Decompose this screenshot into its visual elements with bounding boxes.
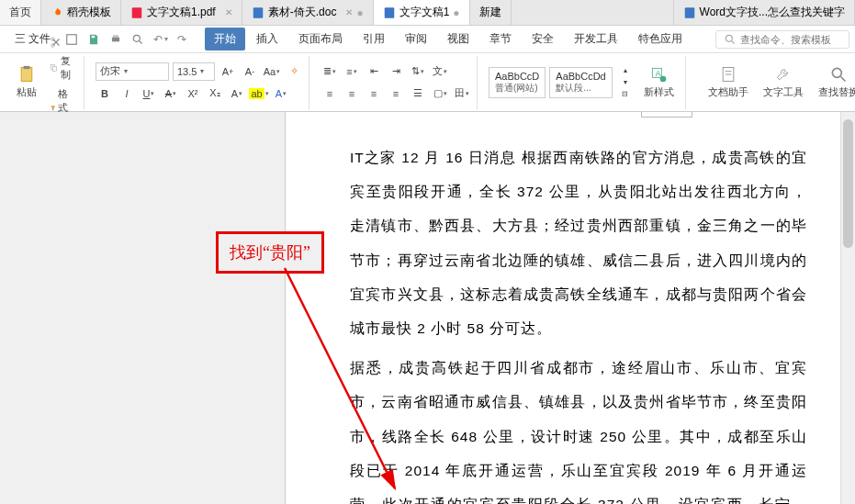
align-center-button[interactable]: ≡	[343, 84, 361, 103]
font-family-select[interactable]: 仿宋▾	[96, 62, 169, 81]
style-preview: AaBbCcDd	[556, 71, 605, 82]
tab-home[interactable]: 首页	[0, 0, 41, 25]
highlight-button[interactable]: ab▾	[250, 84, 268, 103]
search-command[interactable]	[715, 30, 849, 49]
style-normal-web[interactable]: AaBbCcD 普通(网站)	[489, 67, 546, 98]
shrink-font-button[interactable]: A-	[241, 62, 259, 81]
svg-rect-13	[24, 66, 30, 69]
paragraph-1[interactable]: IT之家 12 月 16 日消息 根据西南铁路的官方消息，成贵高铁的宜宾至贵阳段…	[350, 140, 807, 345]
border-button[interactable]: 田▾	[453, 84, 471, 103]
tab-new[interactable]: 新建	[470, 0, 512, 25]
tab-help[interactable]: Word文字技...怎么查找关键字	[673, 0, 855, 25]
text-tool-label: 文字工具	[763, 85, 804, 99]
style-scroll-down[interactable]: ▾	[616, 77, 635, 88]
vertical-scrollbar[interactable]	[840, 112, 855, 504]
find-replace-button[interactable]: 查找替换	[813, 63, 855, 101]
style-expand[interactable]: ⊟	[616, 89, 635, 100]
change-case-button[interactable]: Aa▾	[263, 62, 281, 81]
styles-group: AaBbCcD 普通(网站) AaBbCcDd 默认段... ▴ ▾ ⊟ A 新…	[483, 56, 686, 109]
font-color-button[interactable]: A▾	[228, 84, 246, 103]
menu-safe[interactable]: 安全	[523, 28, 563, 50]
menu-start[interactable]: 开始	[205, 28, 245, 50]
paste-button[interactable]: 粘贴	[11, 63, 42, 101]
undo-icon[interactable]: ↶▾	[150, 31, 172, 48]
tab-doc-material[interactable]: 素材-倚天.doc ✕ ●	[242, 0, 374, 25]
decrease-indent-button[interactable]: ⇤	[365, 62, 383, 81]
ribbon: 粘贴 复制 格式刷 仿宋▾ 13.5▾ A+ A- Aa▾ ✧ B I U▾ A…	[0, 53, 855, 112]
doc-helper-label: 文档助手	[708, 85, 748, 99]
subscript-button[interactable]: X₂	[206, 84, 224, 103]
text-effect-button[interactable]: A▾	[272, 84, 290, 103]
tab-template[interactable]: 稻壳模板	[41, 0, 121, 25]
copy-button[interactable]: 复制	[46, 52, 78, 84]
italic-button[interactable]: I	[118, 84, 136, 103]
svg-point-10	[726, 35, 732, 41]
paragraph-group: ≣▾ ≡▾ ⇤ ⇥ ⇅▾ 文▾ ≡ ≡ ≡ ≡ ☰ ▢▾ 田▾	[315, 56, 478, 109]
align-left-button[interactable]: ≡	[321, 84, 339, 103]
close-icon[interactable]: ✕	[225, 7, 232, 17]
svg-rect-6	[112, 37, 119, 41]
font-size-value: 13.5	[177, 66, 197, 77]
shading-button[interactable]: ▢▾	[431, 84, 449, 103]
document-body[interactable]: IT之家 12 月 16 日消息 根据西南铁路的官方消息，成贵高铁的宜宾至贵阳段…	[350, 140, 807, 504]
text-tool-button[interactable]: 文字工具	[758, 63, 809, 101]
paste-label: 粘贴	[17, 85, 37, 99]
underline-button[interactable]: U▾	[140, 84, 158, 103]
style-scroll-up[interactable]: ▴	[616, 65, 635, 76]
menu-layout[interactable]: 页面布局	[289, 28, 352, 50]
tab-label: 文字文稿1	[399, 5, 450, 20]
tab-pdf[interactable]: 文字文稿1.pdf ✕	[121, 0, 242, 25]
doc-helper-button[interactable]: 文档助手	[703, 63, 754, 101]
search-input[interactable]	[740, 34, 841, 45]
search-icon	[724, 33, 737, 46]
menu-view[interactable]: 视图	[438, 28, 478, 50]
svg-rect-19	[52, 107, 53, 110]
increase-indent-button[interactable]: ⇥	[387, 62, 405, 81]
style-preview: AaBbCcD	[495, 71, 539, 82]
save-icon[interactable]	[84, 31, 104, 48]
strike-button[interactable]: A▾	[162, 84, 180, 103]
align-right-button[interactable]: ≡	[365, 84, 383, 103]
menu-chapter[interactable]: 章节	[480, 28, 521, 50]
numbering-button[interactable]: ≡▾	[343, 62, 361, 81]
line-spacing-button[interactable]: ⇅▾	[409, 62, 427, 81]
cut-button[interactable]	[46, 34, 78, 50]
svg-point-8	[134, 35, 141, 41]
svg-line-11	[732, 40, 735, 43]
bold-button[interactable]: B	[96, 84, 114, 103]
style-name: 默认段...	[556, 83, 591, 93]
copy-label: 复制	[61, 54, 74, 82]
menu-ref[interactable]: 引用	[354, 28, 394, 50]
menu-review[interactable]: 审阅	[396, 28, 436, 50]
document-page[interactable]: IT之家 12 月 16 日消息 根据西南铁路的官方消息，成贵高铁的宜宾至贵阳段…	[285, 112, 854, 504]
redo-icon[interactable]: ↷	[174, 31, 190, 48]
grow-font-button[interactable]: A+	[219, 62, 237, 81]
new-style-button[interactable]: A 新样式	[638, 63, 680, 101]
paragraph-2[interactable]: 据悉，成贵高铁起于四川省成都市，途经眉山市、乐山市、宜宾市，云南省昭通市威信县、…	[350, 351, 807, 504]
clipboard-group: 粘贴 复制 格式刷	[6, 56, 84, 109]
svg-line-27	[840, 77, 845, 82]
tab-current-doc[interactable]: 文字文稿1 ●	[374, 0, 470, 25]
preview-icon[interactable]	[128, 31, 148, 48]
align-justify-button[interactable]: ≡	[387, 84, 405, 103]
menu-dev[interactable]: 开发工具	[565, 28, 627, 50]
text-direction-button[interactable]: 文▾	[431, 62, 449, 81]
bullets-button[interactable]: ≣▾	[321, 62, 339, 81]
close-icon[interactable]: ✕	[345, 7, 353, 17]
print-icon[interactable]	[106, 31, 126, 48]
style-default[interactable]: AaBbCcDd 默认段...	[549, 67, 612, 98]
scrollbar-thumb[interactable]	[843, 119, 853, 248]
pdf-icon	[130, 6, 143, 19]
find-icon	[829, 65, 848, 84]
menu-insert[interactable]: 插入	[247, 28, 287, 50]
menu-special[interactable]: 特色应用	[629, 28, 692, 50]
tab-label: 新建	[479, 5, 501, 20]
tab-label: 文字文稿1.pdf	[147, 5, 216, 20]
clear-format-button[interactable]: ✧	[285, 62, 303, 81]
font-size-select[interactable]: 13.5▾	[173, 62, 215, 81]
superscript-button[interactable]: X²	[184, 84, 202, 103]
word-icon	[383, 6, 396, 19]
tab-label: 素材-倚天.doc	[268, 5, 337, 20]
svg-rect-5	[92, 35, 96, 37]
distribute-button[interactable]: ☰	[409, 84, 427, 103]
